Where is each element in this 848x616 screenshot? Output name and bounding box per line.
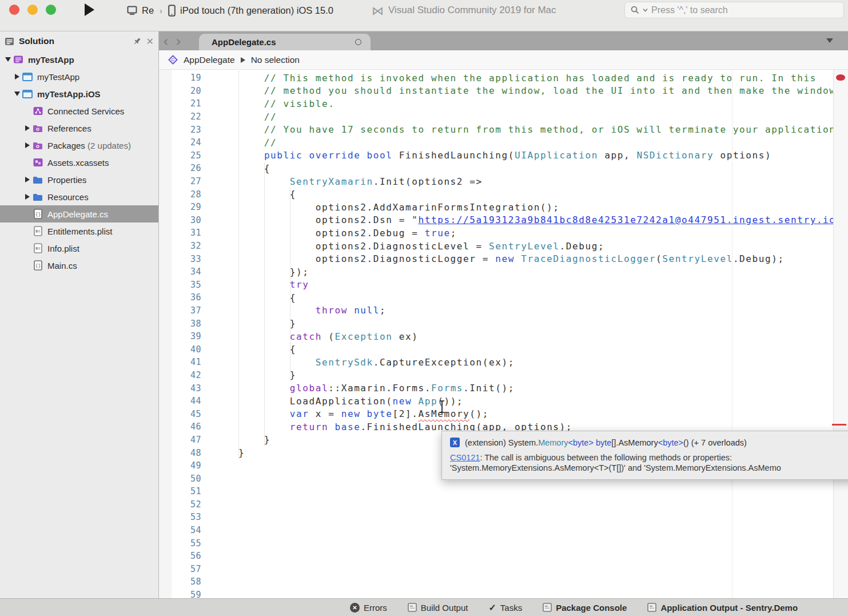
code-line-20[interactable]: 20 // method you should instantiate the … xyxy=(159,85,834,98)
code-line-22[interactable]: 22 // xyxy=(159,110,834,124)
code-line-55[interactable]: 55 xyxy=(159,536,834,550)
disclosure-right-icon[interactable] xyxy=(23,125,32,131)
error-code-link[interactable]: CS0121 xyxy=(450,453,480,462)
tree-item-info-plist[interactable]: Info.plist xyxy=(0,240,158,257)
tree-item-connected-services[interactable]: Connected Services xyxy=(0,102,158,120)
code-line-29[interactable]: 29 options2.AddXamarinFormsIntegration()… xyxy=(159,201,834,214)
code-line-59[interactable]: 59 xyxy=(159,589,834,598)
line-number[interactable]: 35 xyxy=(159,280,201,290)
tree-item-packages[interactable]: Packages (2 updates) xyxy=(0,137,158,154)
navigate-back-button[interactable]: ‹ xyxy=(164,34,168,48)
breadcrumb-class[interactable]: AppDelegate xyxy=(184,55,235,65)
bottom-tab-package-console[interactable]: Package Console xyxy=(543,603,627,613)
tree-item-mytestapp[interactable]: myTestApp xyxy=(0,68,158,85)
code-line-54[interactable]: 54 xyxy=(159,524,834,537)
disclosure-down-icon[interactable] xyxy=(3,57,13,62)
code-line-31[interactable]: 31 options2.Debug = true; xyxy=(159,226,834,240)
code-line-25[interactable]: 25 public override bool FinishedLaunchin… xyxy=(159,149,834,162)
line-number[interactable]: 45 xyxy=(159,409,201,419)
tree-item-resources[interactable]: Resources xyxy=(0,188,158,205)
tab-list-dropdown-button[interactable] xyxy=(826,38,833,43)
code-line-45[interactable]: 45 var x = new byte[2].AsMemory(); xyxy=(159,407,834,420)
line-number[interactable]: 29 xyxy=(159,202,201,212)
code-line-58[interactable]: 58 xyxy=(159,575,834,589)
tree-item-mytestapp-ios[interactable]: myTestApp.iOS xyxy=(0,85,158,102)
line-number[interactable]: 37 xyxy=(159,305,201,316)
global-search-field[interactable]: Press '^,' to search xyxy=(624,2,844,18)
bottom-tab-application-output-sentry-demo[interactable]: Application Output - Sentry.Demo xyxy=(647,603,798,613)
run-configuration[interactable]: Re › iPod touch (7th generation) iOS 15.… xyxy=(127,2,333,18)
line-number[interactable]: 54 xyxy=(159,525,201,535)
line-number[interactable]: 39 xyxy=(159,331,201,341)
code-line-53[interactable]: 53 xyxy=(159,511,834,524)
tree-item-assets-xcassets[interactable]: Assets.xcassets xyxy=(0,154,158,171)
tree-item-properties[interactable]: Properties xyxy=(0,171,158,188)
line-number[interactable]: 57 xyxy=(159,564,201,574)
navigate-forward-button[interactable]: › xyxy=(176,34,181,48)
code-editor[interactable]: 19 // This method is invoked when the ap… xyxy=(159,70,834,598)
disclosure-right-icon[interactable] xyxy=(23,194,32,200)
run-button[interactable] xyxy=(85,3,94,16)
editor-scrollbar[interactable] xyxy=(833,70,848,598)
line-number[interactable]: 36 xyxy=(159,292,201,303)
line-number[interactable]: 59 xyxy=(159,590,201,598)
code-line-39[interactable]: 39 catch (Exception ex) xyxy=(159,330,834,343)
line-number[interactable]: 22 xyxy=(159,112,201,122)
code-line-27[interactable]: 27 SentryXamarin.Init(options2 => xyxy=(159,175,834,188)
line-number[interactable]: 24 xyxy=(159,137,201,148)
line-number[interactable]: 52 xyxy=(159,499,201,510)
line-number[interactable]: 50 xyxy=(159,474,201,484)
line-number[interactable]: 55 xyxy=(159,538,201,549)
line-number[interactable]: 30 xyxy=(159,215,201,225)
code-line-43[interactable]: 43 global::Xamarin.Forms.Forms.Init(); xyxy=(159,381,834,395)
code-line-23[interactable]: 23 // You have 17 seconds to return from… xyxy=(159,123,834,136)
code-line-30[interactable]: 30 options2.Dsn = "https://5a193123a9b84… xyxy=(159,214,834,227)
tree-item-mytestapp[interactable]: myTestApp xyxy=(0,51,158,68)
line-number[interactable]: 19 xyxy=(159,73,201,83)
code-line-19[interactable]: 19 // This method is invoked when the ap… xyxy=(159,71,834,85)
close-window-button[interactable] xyxy=(9,5,19,15)
line-number[interactable]: 28 xyxy=(159,189,201,200)
code-line-57[interactable]: 57 xyxy=(159,563,834,576)
line-number[interactable]: 51 xyxy=(159,486,201,496)
line-number[interactable]: 34 xyxy=(159,267,201,277)
line-number[interactable]: 21 xyxy=(159,98,201,109)
line-number[interactable]: 47 xyxy=(159,435,201,445)
line-number[interactable]: 43 xyxy=(159,383,201,394)
code-line-28[interactable]: 28 { xyxy=(159,188,834,201)
breadcrumb-selection[interactable]: No selection xyxy=(251,55,300,65)
line-number[interactable]: 20 xyxy=(159,86,201,96)
code-line-38[interactable]: 38 } xyxy=(159,317,834,330)
line-number[interactable]: 49 xyxy=(159,460,201,471)
code-line-51[interactable]: 51 xyxy=(159,485,834,498)
zoom-window-button[interactable] xyxy=(46,5,56,15)
dsn-url-link[interactable]: https://5a193123a9b841bc8d8e42531e7242a1… xyxy=(418,214,834,225)
code-line-26[interactable]: 26 { xyxy=(159,162,834,175)
bottom-tab-errors[interactable]: ✕Errors xyxy=(350,603,387,613)
line-number[interactable]: 33 xyxy=(159,254,201,264)
line-number[interactable]: 32 xyxy=(159,241,201,251)
disclosure-right-icon[interactable] xyxy=(13,74,22,80)
code-line-44[interactable]: 44 LoadApplication(new App()); xyxy=(159,395,834,408)
pin-pad-button[interactable] xyxy=(133,37,142,46)
tree-item-main-cs[interactable]: {}Main.cs xyxy=(0,257,158,274)
line-number[interactable]: 58 xyxy=(159,577,201,587)
code-line-35[interactable]: 35 try xyxy=(159,279,834,292)
line-number[interactable]: 23 xyxy=(159,125,201,135)
tree-item-references[interactable]: References xyxy=(0,120,158,137)
disclosure-down-icon[interactable] xyxy=(13,92,22,96)
disclosure-right-icon[interactable] xyxy=(23,177,32,182)
code-line-34[interactable]: 34 }); xyxy=(159,265,834,279)
code-line-56[interactable]: 56 xyxy=(159,550,834,563)
line-number[interactable]: 53 xyxy=(159,512,201,522)
tree-item-entitlements-plist[interactable]: Entitlements.plist xyxy=(0,222,158,240)
error-marker-icon[interactable] xyxy=(836,74,845,81)
code-line-40[interactable]: 40 { xyxy=(159,343,834,356)
code-line-42[interactable]: 42 } xyxy=(159,369,834,382)
line-number[interactable]: 42 xyxy=(159,370,201,380)
line-number[interactable]: 25 xyxy=(159,150,201,161)
line-number[interactable]: 56 xyxy=(159,551,201,561)
disclosure-right-icon[interactable] xyxy=(23,142,32,148)
line-number[interactable]: 38 xyxy=(159,319,201,329)
tab-appdelegate[interactable]: AppDelegate.cs xyxy=(199,34,371,50)
